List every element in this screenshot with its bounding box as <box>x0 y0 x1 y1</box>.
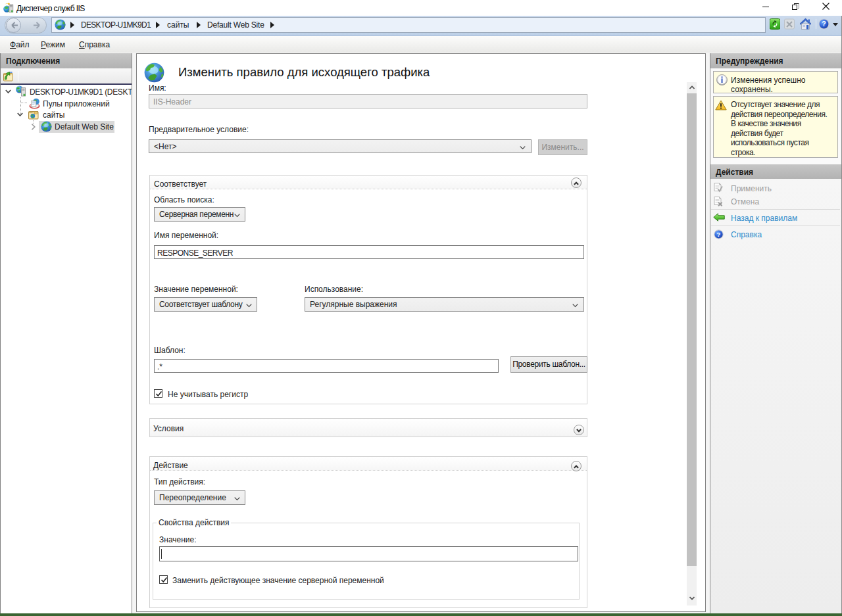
svg-text:?: ? <box>717 231 721 238</box>
svg-text:?: ? <box>822 20 826 28</box>
